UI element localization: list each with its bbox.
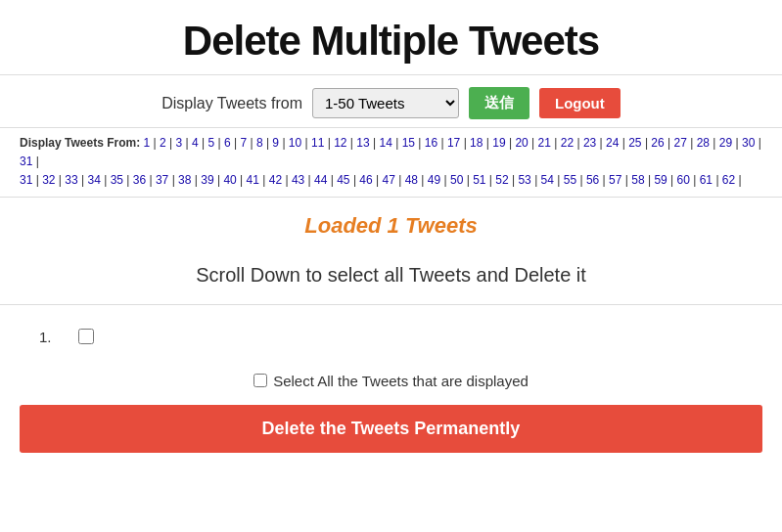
page-link[interactable]: 32 (42, 173, 55, 187)
page-link[interactable]: 11 (311, 136, 324, 150)
page-link[interactable]: 54 (541, 173, 554, 187)
page-link[interactable]: 48 (405, 173, 418, 187)
page-link[interactable]: 52 (495, 173, 508, 187)
page-link[interactable]: 35 (111, 173, 123, 187)
scroll-hint-text: Scroll Down to select all Tweets and Del… (0, 246, 782, 305)
page-link[interactable]: 37 (156, 173, 168, 187)
page-link[interactable]: 60 (677, 173, 690, 187)
page-link[interactable]: 19 (492, 136, 505, 150)
page-link[interactable]: 61 (700, 173, 713, 187)
page-link[interactable]: 18 (470, 136, 483, 150)
page-link[interactable]: 29 (719, 136, 732, 150)
tweet-list: 1. (0, 305, 782, 363)
page-link[interactable]: 25 (628, 136, 641, 150)
tweet-range-select[interactable]: 1-50 Tweets 51-100 Tweets 101-150 Tweets… (312, 88, 459, 118)
page-link[interactable]: 24 (606, 136, 619, 150)
delete-permanently-button[interactable]: Delete the Tweets Permanently (20, 405, 762, 453)
select-all-checkbox[interactable] (253, 374, 267, 387)
logout-button[interactable]: Logout (539, 88, 621, 118)
page-link[interactable]: 13 (356, 136, 369, 150)
page-link[interactable]: 53 (518, 173, 530, 187)
pagination-section: Display Tweets From: 1 | 2 | 3 | 4 | 5 |… (0, 128, 782, 198)
page-link[interactable]: 55 (564, 173, 576, 187)
page-link[interactable]: 4 (192, 136, 199, 150)
page-link[interactable]: 36 (133, 173, 146, 187)
loaded-tweets-status: Loaded 1 Tweets (0, 198, 782, 246)
page-link[interactable]: 62 (722, 173, 735, 187)
tweet-item: 1. (39, 321, 743, 353)
page-link[interactable]: 21 (538, 136, 551, 150)
page-link[interactable]: 33 (65, 173, 77, 187)
page-link[interactable]: 56 (586, 173, 599, 187)
page-header: Delete Multiple Tweets (0, 0, 782, 75)
page-link[interactable]: 17 (447, 136, 460, 150)
page-link[interactable]: 27 (674, 136, 687, 150)
page-link[interactable]: 31 (20, 173, 32, 187)
page-title: Delete Multiple Tweets (0, 18, 782, 65)
page-link[interactable]: 7 (240, 136, 247, 150)
page-link[interactable]: 28 (697, 136, 710, 150)
page-link[interactable]: 58 (631, 173, 644, 187)
page-link[interactable]: 16 (425, 136, 437, 150)
page-link[interactable]: 31 (20, 155, 32, 168)
page-link[interactable]: 3 (175, 136, 182, 150)
page-link[interactable]: 38 (178, 173, 191, 187)
page-link[interactable]: 20 (515, 136, 528, 150)
page-link[interactable]: 39 (201, 173, 213, 187)
page-link[interactable]: 12 (334, 136, 346, 150)
page-link[interactable]: 42 (269, 173, 282, 187)
page-link[interactable]: 49 (428, 173, 440, 187)
tweet-item-num: 1. (39, 329, 63, 345)
page-link[interactable]: 30 (742, 136, 755, 150)
page-link[interactable]: 10 (289, 136, 301, 150)
page-link[interactable]: 45 (337, 173, 349, 187)
controls-row: Display Tweets from 1-50 Tweets 51-100 T… (0, 75, 782, 128)
page-link[interactable]: 5 (207, 136, 214, 150)
page-link[interactable]: 59 (654, 173, 667, 187)
page-link[interactable]: 46 (359, 173, 372, 187)
page-link[interactable]: 47 (383, 173, 395, 187)
pagination-label: Display Tweets From: (20, 136, 140, 150)
page-link[interactable]: 6 (224, 136, 231, 150)
page-link[interactable]: 57 (609, 173, 621, 187)
page-link[interactable]: 22 (561, 136, 574, 150)
page-link[interactable]: 9 (272, 136, 279, 150)
okuru-button[interactable]: 送信 (469, 87, 529, 119)
page-link[interactable]: 50 (450, 173, 463, 187)
tweet-item-checkbox[interactable] (78, 329, 94, 344)
page-link[interactable]: 2 (160, 136, 166, 150)
page-link[interactable]: 26 (651, 136, 664, 150)
page-link[interactable]: 23 (583, 136, 596, 150)
page-link[interactable]: 40 (223, 173, 236, 187)
controls-label: Display Tweets from (161, 95, 302, 112)
page-link[interactable]: 15 (402, 136, 415, 150)
delete-btn-section: Delete the Tweets Permanently (0, 397, 782, 468)
select-all-section: Select All the Tweets that are displayed (0, 363, 782, 397)
select-all-label: Select All the Tweets that are displayed (273, 373, 529, 389)
page-link[interactable]: 51 (473, 173, 485, 187)
page-link[interactable]: 8 (256, 136, 263, 150)
page-link[interactable]: 1 (143, 136, 150, 150)
page-link[interactable]: 43 (292, 173, 304, 187)
page-link[interactable]: 44 (314, 173, 327, 187)
page-link[interactable]: 34 (87, 173, 100, 187)
page-link[interactable]: 14 (379, 136, 391, 150)
page-link[interactable]: 41 (247, 173, 259, 187)
